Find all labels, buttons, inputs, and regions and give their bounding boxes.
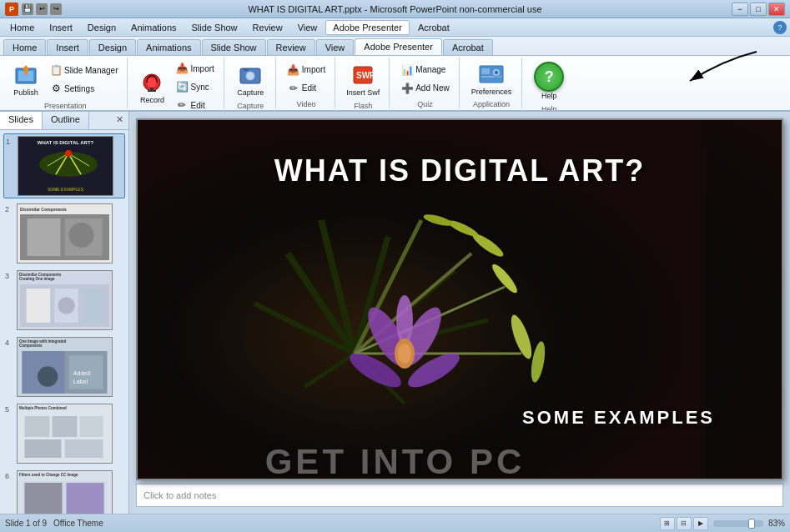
video-col-btns: 📥 Import ✏ Edit	[283, 61, 330, 98]
sync-label: Sync	[190, 83, 209, 92]
menu-adobe-presenter[interactable]: Adobe Presenter	[325, 20, 410, 35]
slide-thumb-4[interactable]: 4 One Image with IntegratedComponents Ad…	[3, 335, 125, 399]
slideshow-button[interactable]: ▶	[693, 517, 708, 530]
help-group-label: Help	[541, 105, 557, 110]
presentation-group-label: Presentation	[44, 102, 87, 110]
tab-outline[interactable]: Outline	[43, 112, 89, 129]
menu-animations[interactable]: Animations	[124, 21, 183, 34]
tab-view[interactable]: View	[316, 39, 355, 55]
application-group-label: Application	[473, 100, 510, 108]
ribbon-tabs: Home Insert Design Animations Slide Show…	[0, 37, 790, 55]
menu-design[interactable]: Design	[81, 21, 123, 34]
tab-adobe-presenter[interactable]: Adobe Presenter	[355, 38, 442, 55]
tab-design[interactable]: Design	[89, 39, 136, 55]
record-button[interactable]: Record	[134, 67, 169, 108]
edit-audio-label: Edit	[190, 101, 204, 110]
tab-acrobat[interactable]: Acrobat	[443, 39, 493, 55]
slide-thumb-3[interactable]: 3 Dissimilar ComponentsCreating One Imag…	[3, 269, 125, 332]
slide-panel: Slides Outline ✕ 1 WHAT IS DIGITAL ART?	[0, 112, 129, 514]
help-button[interactable]: ? Help	[530, 59, 568, 103]
application-group-items: Preferences	[466, 59, 517, 98]
svg-rect-31	[27, 289, 51, 323]
slide-sorter-button[interactable]: ⊟	[677, 517, 692, 530]
tab-slides[interactable]: Slides	[0, 112, 43, 129]
svg-rect-27	[28, 218, 61, 256]
slide-title: WHAT IS DIGITAL ART?	[138, 153, 782, 188]
window-title: WHAT IS DIGITAL ART.pptx - Microsoft Pow…	[248, 4, 541, 14]
audio-col-btns: 📥 Import 🔄 Sync ✏ Edit	[171, 59, 218, 110]
settings-label: Settings	[64, 84, 94, 93]
quick-access-save[interactable]: 💾	[22, 3, 33, 15]
manage-button[interactable]: 📊 Manage	[396, 61, 454, 79]
import-video-button[interactable]: 📥 Import	[283, 61, 330, 79]
menu-insert[interactable]: Insert	[43, 21, 79, 34]
add-new-icon: ➕	[400, 82, 414, 95]
edit-audio-button[interactable]: ✏ Edit	[171, 96, 218, 110]
slide-thumb-6[interactable]: 6 Filters used to Change CC Image	[3, 469, 125, 514]
close-button[interactable]: ✕	[768, 3, 785, 16]
edit-video-button[interactable]: ✏ Edit	[283, 79, 330, 98]
maximize-button[interactable]: □	[750, 3, 767, 16]
svg-rect-50	[67, 483, 104, 514]
menu-bar: Home Insert Design Animations Slide Show…	[0, 18, 790, 37]
ribbon-group-application: Preferences Application	[461, 58, 523, 108]
audio-group-items: Record 📥 Import 🔄 Sync ✏ Edit	[134, 59, 218, 110]
menu-review[interactable]: Review	[246, 21, 289, 34]
publish-button[interactable]: Publish	[8, 59, 43, 100]
slide-subtitle: SOME EXAMPLES	[522, 407, 715, 429]
record-label: Record	[140, 96, 164, 105]
add-new-label: Add New	[415, 83, 450, 93]
capture-group-items: Capture	[233, 59, 268, 100]
ribbon: Home Insert Design Animations Slide Show…	[0, 37, 790, 112]
tab-animations[interactable]: Animations	[137, 39, 200, 55]
tab-home[interactable]: Home	[3, 39, 46, 55]
tab-review[interactable]: Review	[267, 39, 315, 55]
slide-manager-label: Slide Manager	[64, 66, 118, 75]
notes-area[interactable]: Click to add notes	[136, 484, 783, 507]
window-controls: − □ ✕	[732, 3, 785, 16]
zoom-level: 83%	[768, 519, 785, 528]
presentation-col-btns: 📋 Slide Manager ⚙ Settings	[45, 61, 122, 98]
slide-num-4: 4	[5, 339, 13, 347]
capture-button[interactable]: Capture	[233, 59, 268, 100]
import-audio-button[interactable]: 📥 Import	[171, 59, 218, 78]
slide-thumb-5[interactable]: 5 Multiple Photos Combined	[3, 402, 125, 465]
zoom-slider[interactable]	[713, 520, 763, 527]
help-circle-icon[interactable]: ?	[773, 21, 787, 34]
manage-label: Manage	[415, 65, 445, 74]
import-video-label: Import	[302, 65, 325, 74]
svg-rect-11	[244, 68, 249, 71]
insert-swf-button[interactable]: SWF Insert Swf	[342, 59, 384, 100]
add-new-button[interactable]: ➕ Add New	[396, 79, 454, 98]
svg-point-37	[38, 366, 58, 386]
tab-insert[interactable]: Insert	[47, 39, 88, 55]
slide-img-4: One Image with IntegratedComponents Adde…	[17, 337, 113, 397]
quick-access-redo[interactable]: ↪	[50, 3, 62, 15]
settings-button[interactable]: ⚙ Settings	[45, 79, 122, 98]
minimize-button[interactable]: −	[732, 3, 748, 16]
menu-acrobat[interactable]: Acrobat	[411, 21, 456, 34]
menu-view[interactable]: View	[291, 21, 325, 34]
svg-rect-15	[481, 68, 490, 74]
slide-thumb-1[interactable]: 1 WHAT IS DIGITAL ART?	[3, 133, 125, 198]
svg-point-29	[69, 223, 94, 248]
quick-access-undo[interactable]: ↩	[36, 3, 48, 15]
ribbon-content: Publish 📋 Slide Manager ⚙ Settings Prese…	[0, 55, 790, 110]
notes-placeholder: Click to add notes	[143, 490, 216, 500]
sync-button[interactable]: 🔄 Sync	[171, 78, 218, 96]
preferences-icon	[478, 61, 505, 88]
title-bar: P 💾 ↩ ↪ WHAT IS DIGITAL ART.pptx - Micro…	[0, 0, 790, 18]
normal-view-button[interactable]: ⊞	[660, 517, 675, 530]
tab-slideshow[interactable]: Slide Show	[202, 39, 266, 55]
menu-slideshow[interactable]: Slide Show	[185, 21, 244, 34]
edit-video-label: Edit	[302, 83, 316, 93]
slide-canvas: WHAT IS DIGITAL ART? SOME EXAMPLES	[136, 118, 783, 480]
slide-thumb-2[interactable]: 2 Dissimilar Components	[3, 202, 125, 265]
svg-rect-43	[53, 416, 78, 437]
slide-panel-close[interactable]: ✕	[111, 112, 128, 129]
slide-manager-button[interactable]: 📋 Slide Manager	[45, 61, 122, 79]
preferences-button[interactable]: Preferences	[466, 59, 517, 98]
slide-num-3: 3	[5, 272, 13, 280]
menu-home[interactable]: Home	[3, 21, 41, 34]
flash-group-items: SWF Insert Swf	[342, 59, 384, 100]
